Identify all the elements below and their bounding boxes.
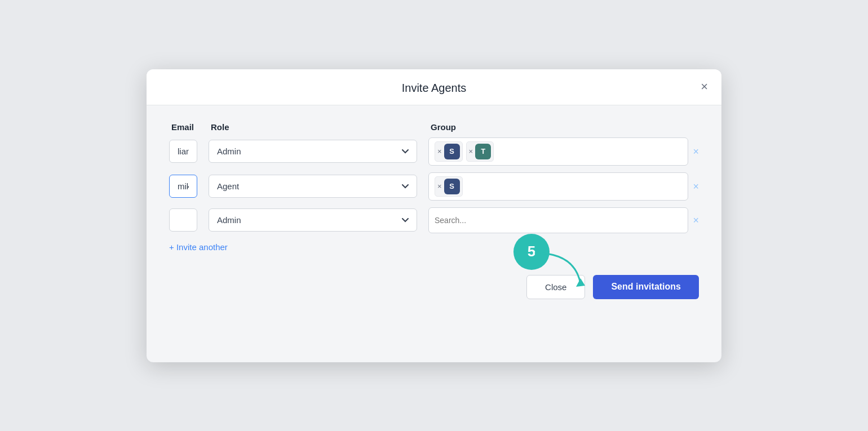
group-input-container-2[interactable]: × S [428,172,688,201]
invite-another-link[interactable]: + Invite another [169,242,228,252]
email-column-header: Email [169,122,197,132]
modal-footer: 5 Close Send invitations [147,264,721,316]
modal-header: Invite Agents × [147,69,721,105]
group-column-header: Group [428,122,699,132]
invite-rows-container: Admin Agent × S × T × [169,137,699,233]
tag-remove-icon[interactable]: × [437,183,442,190]
role-column-header: Role [209,122,417,132]
column-headers: Email Role Group [169,122,699,132]
invite-row: Admin Agent × S × T × [169,137,699,166]
invite-row: Agent Admin × S × [169,172,699,201]
row-remove-icon-1[interactable]: × [693,146,699,157]
email-input-1[interactable] [169,140,197,163]
close-icon[interactable]: × [701,81,708,93]
group-field-2: × S × [428,172,699,201]
group-tag: × T [466,141,494,162]
tooltip-number: 5 [528,243,535,260]
tag-avatar: S [444,144,460,159]
role-select-3[interactable]: Admin Agent [209,208,417,232]
modal-body: Email Role Group Admin Agent × S [147,105,721,264]
tag-remove-icon[interactable]: × [469,148,473,155]
role-select-2[interactable]: Agent Admin [209,175,417,198]
invite-agents-modal: Invite Agents × Email Role Group Admin A… [147,69,721,362]
email-input-2[interactable] [169,175,197,198]
group-search-input-3[interactable] [435,216,682,225]
group-input-container-3[interactable] [428,207,688,233]
group-tag: × S [435,176,463,197]
row-remove-icon-2[interactable]: × [693,181,699,192]
invite-row: Admin Agent × [169,207,699,233]
tag-remove-icon[interactable]: × [437,148,442,155]
row-remove-icon-3[interactable]: × [693,215,699,225]
tooltip-bubble: 5 [513,234,550,270]
tag-avatar: T [475,144,491,159]
group-field-1: × S × T × [428,137,699,166]
group-input-container-1[interactable]: × S × T [428,137,688,166]
modal-title: Invite Agents [402,82,467,95]
close-button[interactable]: Close [526,275,585,299]
email-input-3[interactable] [169,208,197,232]
send-invitations-button[interactable]: Send invitations [593,275,699,299]
role-select-1[interactable]: Admin Agent [209,140,417,163]
tag-avatar: S [444,179,460,194]
group-tag: × S [435,141,463,162]
group-field-3: × [428,207,699,233]
